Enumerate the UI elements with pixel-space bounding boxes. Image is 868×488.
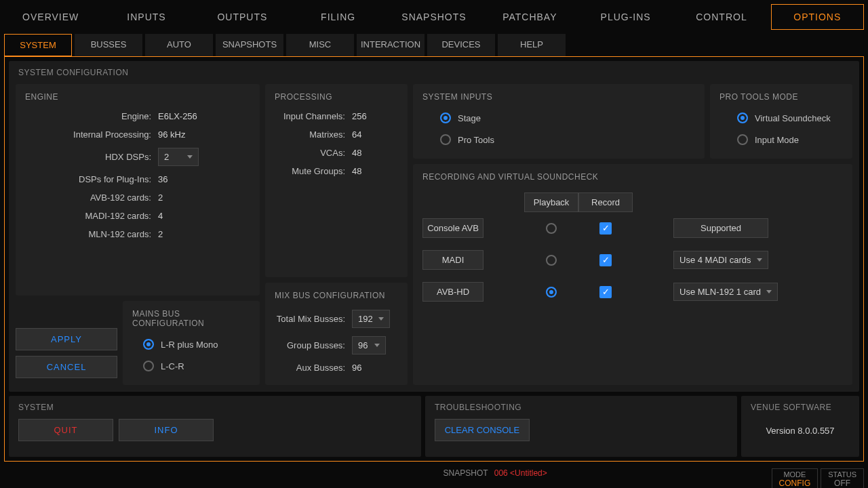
top-tab-snapshots[interactable]: SNAPSHOTS: [387, 4, 480, 30]
playback-header: Playback: [524, 192, 578, 212]
top-tab-filing[interactable]: FILING: [292, 4, 384, 30]
snapshot-num: 006: [494, 468, 508, 478]
avb-value: 2: [158, 192, 163, 203]
hdx-dsps-select[interactable]: 2: [158, 148, 199, 166]
system-config-title: SYSTEM CONFIGURATION: [9, 61, 859, 84]
avb-label: AVB-192 cards:: [16, 192, 158, 203]
sysinputs-protools-radio[interactable]: Pro Tools: [413, 129, 705, 150]
sub-tab-misc[interactable]: MISC: [286, 34, 354, 56]
rec-row-label: Console AVB: [422, 218, 484, 238]
mains-lcr-radio[interactable]: L-C-R: [123, 355, 260, 377]
total-mix-select[interactable]: 192: [352, 310, 390, 328]
ic-value: 256: [352, 111, 367, 121]
top-tab-control[interactable]: CONTROL: [675, 4, 768, 30]
record-header: Record: [578, 192, 633, 212]
radio-icon: [143, 339, 154, 350]
quit-button[interactable]: QUIT: [18, 419, 113, 441]
sub-tab-auto[interactable]: AUTO: [145, 34, 213, 56]
rec-row-label: AVB-HD: [422, 282, 484, 302]
vca-label: VCAs:: [265, 148, 352, 158]
software-title: VENUE SOFTWARE: [741, 396, 859, 419]
status-status: STATUS OFF: [821, 468, 864, 488]
processing-title: PROCESSING: [265, 87, 408, 107]
madi-label: MADI-192 cards:: [16, 211, 158, 221]
record-checkbox[interactable]: ✓: [599, 286, 612, 298]
group-busses-select[interactable]: 96: [352, 336, 386, 354]
system-title: SYSTEM: [9, 396, 421, 419]
chevron-down-icon: [374, 344, 380, 347]
aux-value: 96: [352, 363, 361, 373]
mx-label: Matrixes:: [265, 129, 352, 140]
engine-value: E6LX-256: [158, 111, 197, 121]
ptmode-input-radio[interactable]: Input Mode: [710, 129, 852, 150]
sub-tab-system[interactable]: SYSTEM: [4, 34, 72, 56]
top-tab-outputs[interactable]: OUTPUTS: [196, 4, 289, 30]
info-button[interactable]: INFO: [119, 419, 214, 441]
playback-radio[interactable]: [546, 255, 557, 266]
chevron-down-icon: [757, 258, 762, 262]
engine-label: Engine:: [16, 111, 158, 121]
mln-value: 2: [158, 229, 163, 239]
top-tab-options[interactable]: OPTIONS: [771, 4, 864, 30]
ic-label: Input Channels:: [265, 111, 352, 121]
hdx-label: HDX DSPs:: [16, 152, 158, 162]
plugin-value: 36: [158, 174, 167, 184]
mx-value: 64: [352, 129, 361, 140]
top-tab-inputs[interactable]: INPUTS: [100, 4, 193, 30]
radio-icon: [440, 134, 451, 145]
mg-label: Mute Groups:: [265, 166, 352, 176]
recording-title: RECORDING AND VIRTUAL SOUNDCHECK: [413, 167, 852, 187]
mains-lr-mono-radio[interactable]: L-R plus Mono: [123, 333, 260, 355]
plugin-label: DSPs for Plug-Ins:: [16, 174, 158, 184]
sub-tab-devices[interactable]: DEVICES: [427, 34, 495, 56]
rec-option-label: Supported: [673, 218, 768, 238]
rec-option-select[interactable]: Use MLN-192 1 card: [673, 283, 778, 301]
top-tab-overview[interactable]: OVERVIEW: [4, 4, 97, 30]
ip-label: Internal Processing:: [16, 129, 158, 140]
mln-label: MLN-192 cards:: [16, 229, 158, 239]
troubleshoot-title: TROUBLESHOOTING: [425, 396, 737, 419]
sub-tab-help[interactable]: HELP: [498, 34, 566, 56]
vca-value: 48: [352, 148, 361, 158]
radio-icon: [737, 113, 748, 123]
ptmode-vsc-radio[interactable]: Virtual Soundcheck: [710, 107, 852, 129]
software-version: Version 8.0.0.557: [741, 419, 859, 443]
total-label: Total Mix Busses:: [265, 314, 352, 324]
snapshot-title: <Untitled>: [510, 468, 547, 478]
engine-title: ENGINE: [16, 87, 260, 107]
top-tab-plug-ins[interactable]: PLUG-INS: [579, 4, 672, 30]
group-label: Group Busses:: [265, 340, 352, 350]
cancel-button[interactable]: CANCEL: [16, 356, 117, 378]
apply-button[interactable]: APPLY: [16, 328, 117, 350]
rec-option-select[interactable]: Use 4 MADI cards: [673, 251, 768, 269]
sub-tab-snapshots[interactable]: SNAPSHOTS: [216, 34, 283, 56]
top-tab-patchbay[interactable]: PATCHBAY: [484, 4, 576, 30]
mixbus-title: MIX BUS CONFIGURATION: [265, 285, 408, 306]
radio-icon: [737, 134, 748, 145]
sysinputs-title: SYSTEM INPUTS: [413, 87, 705, 107]
chevron-down-icon: [187, 155, 193, 159]
playback-radio[interactable]: [546, 287, 557, 298]
record-checkbox[interactable]: ✓: [599, 254, 612, 266]
mode-status: MODE CONFIG: [772, 468, 818, 488]
snapshot-label: SNAPSHOT: [443, 468, 488, 478]
ptmode-title: PRO TOOLS MODE: [710, 87, 852, 107]
aux-label: Aux Busses:: [265, 363, 352, 373]
ip-value: 96 kHz: [158, 129, 185, 140]
mg-value: 48: [352, 166, 361, 176]
mains-title: MAINS BUS CONFIGURATION: [123, 304, 260, 333]
record-checkbox[interactable]: ✓: [599, 222, 612, 235]
chevron-down-icon: [378, 317, 384, 321]
playback-radio[interactable]: [546, 223, 557, 234]
sub-tab-busses[interactable]: BUSSES: [75, 34, 142, 56]
rec-row-label: MADI: [422, 250, 484, 270]
clear-console-button[interactable]: CLEAR CONSOLE: [435, 419, 530, 441]
sysinputs-stage-radio[interactable]: Stage: [413, 107, 705, 129]
chevron-down-icon: [766, 290, 772, 293]
madi-value: 4: [158, 211, 163, 221]
radio-icon: [440, 113, 451, 123]
radio-icon: [143, 361, 154, 371]
sub-tab-interaction[interactable]: INTERACTION: [357, 34, 425, 56]
